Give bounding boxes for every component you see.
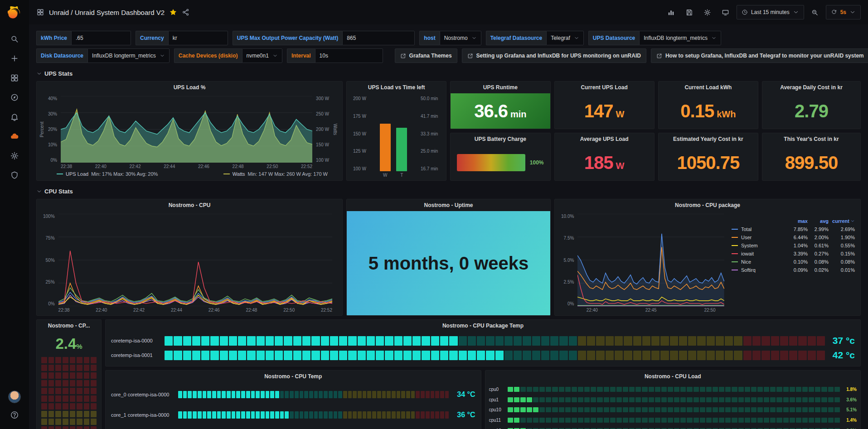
variable-label: UPS Datasource [588,31,639,45]
admin-shield-icon[interactable] [5,168,24,183]
external-link-icon [400,53,406,59]
user-avatar[interactable] [8,390,21,403]
panel-title[interactable]: UPS Load vs Time left [347,82,446,93]
legend-row: Softirq0.09%0.02%0.01% [732,267,855,273]
variable-input[interactable]: .65 [71,31,131,45]
time-series-plot[interactable] [61,96,312,163]
stat-value: 2.4 [55,335,76,352]
variable-select[interactable]: nvme0n1 [242,48,282,63]
variable-input[interactable]: 10s [315,48,383,63]
variable-select[interactable]: Nostromo [440,31,481,45]
cycle-view-monitor-icon[interactable] [718,5,733,19]
temp-value: 42 °c [829,350,855,361]
dashboards-icon[interactable] [5,70,24,86]
gauge-row: core_0 coretemp-isa-0000 34 °C [106,384,481,405]
gauge-rows: core_0 coretemp-isa-0000 34 °C core_1 co… [106,382,481,429]
panel-title[interactable]: Nostromo - CPU Package Temp [106,320,860,332]
favorite-star-icon[interactable] [169,8,177,16]
cloud-app-icon[interactable] [5,129,24,144]
time-series-plot[interactable] [58,214,332,306]
panel-title[interactable]: Nostromo - CP... [37,320,101,332]
variable-label: Cache Devices (diskio) [174,48,242,63]
grafana-logo-icon[interactable] [7,5,22,21]
configuration-gear-icon[interactable] [5,148,24,164]
panel-title[interactable]: Average Daily Cost in kr [762,82,860,93]
y-axis-label-right: Watts [333,96,338,163]
main-area: Unraid / Unraid System Dashboard V2 Last… [29,0,868,429]
led-bar-gauge [165,336,825,346]
led-grid-gauge [37,354,101,429]
panel-title[interactable]: Nostromo - CPU Load [485,371,861,382]
panel-title[interactable]: Average UPS Load [555,133,654,145]
link-telegraf-setup-guide[interactable]: How to setup Grafana, InfluxDB and Teleg… [651,48,868,63]
variable-select[interactable]: InfluxDB longterm_metrics [639,31,721,45]
panel-title[interactable]: Current Load kWh [659,82,758,93]
save-dashboard-icon[interactable] [682,5,697,19]
chevron-down-icon [850,219,855,223]
panel-title[interactable]: This Year's Cost in kr [762,133,860,145]
apps-grid-icon[interactable] [36,8,44,16]
refresh-interval-label: 5s [840,9,846,15]
gauge-row: cpu1 3.6% [485,395,861,405]
panel-title[interactable]: Estimated Yearly Cost in kr [659,133,758,145]
variable-select[interactable]: Telegraf [546,31,584,45]
legend-col-current[interactable]: current [829,218,855,224]
link-ups-monitoring-guide[interactable]: Setting up Grafana and InfluxDB for UPS … [462,48,646,63]
time-series-plot[interactable] [577,214,724,306]
stat-value-area: 899.50 [762,145,860,180]
chart-area: Percent 40%30%20%10%0% 300 W250 W200 W15… [37,93,342,180]
variable-input[interactable]: 865 [342,31,415,45]
gauge-row: cpu10 5.1% [485,405,861,415]
y-axis-right: 300 W250 W200 W150 W100 W [315,96,330,163]
gauge-row: core_2 coretemp-isa-0000 37 °C [106,425,481,429]
section-ups-stats[interactable]: UPS Stats [36,67,861,79]
section-cpu-stats[interactable]: CPU Stats [36,185,861,197]
variable-label: Currency [136,31,168,45]
dashboard-settings-gear-icon[interactable] [700,5,715,19]
zoom-out-icon[interactable] [808,5,822,19]
dashboard-title[interactable]: Unraid / Unraid System Dashboard V2 [49,9,165,16]
y-axis-left: 40%30%20%10%0% [47,96,58,163]
link-grafana-themes[interactable]: Grafana Themes [395,48,457,63]
navbar-actions: Last 15 minutes 5s [664,5,861,19]
share-icon[interactable] [182,8,190,16]
panel-title[interactable]: Nostromo - Uptime [347,199,550,211]
panel-title[interactable]: UPS Battery Charge [451,133,550,145]
stat-value-area: 1050.75 [659,145,758,180]
led-bar-gauge [178,391,449,398]
cpu-panels-row-1: Nostromo - CPU 100%75%50%25%0% 22:3822:4… [36,199,861,316]
panel-title[interactable]: Nostromo - CPU package [555,199,860,211]
panel-title[interactable]: Current UPS Load [555,82,654,93]
panel-title[interactable]: Nostromo - CPU Temp [106,371,481,382]
explore-compass-icon[interactable] [5,90,24,105]
stat-value-area: 36.6min [451,93,550,129]
search-icon[interactable] [5,31,24,47]
legend-item[interactable]: UPS LoadMin: 17% Max: 30% Avg: 20% [57,171,158,177]
gauge-row: cpu0 1.8% [485,384,861,395]
add-panel-icon[interactable] [664,5,679,19]
panel-ups-runtime: UPS Runtime 36.6min [450,81,550,129]
variable-label: Telegraf Datasource [486,31,547,45]
panel-title[interactable]: UPS Load % [37,82,342,93]
variable-input[interactable]: kr [168,31,228,45]
panel-title[interactable]: UPS Runtime [451,82,550,93]
gauge-row: cpu12 2.8% [485,425,861,429]
variable-select[interactable]: InfluxDB longterm_metrics [87,48,170,63]
legend-col-avg[interactable]: avg [808,218,829,224]
chevron-down-icon [36,71,42,77]
refresh-picker[interactable]: 5s [826,5,861,19]
alerting-bell-icon[interactable] [5,109,24,125]
time-range-picker[interactable]: Last 15 minutes [737,5,804,19]
sidebar [0,0,29,429]
variable-interval: Interval 10s [287,48,383,63]
panel-title[interactable]: Nostromo - CPU [37,199,342,211]
help-icon[interactable] [5,407,24,423]
stat-value: 185 [584,153,613,173]
battery-gradient-gauge [457,154,525,171]
bar-plot[interactable] [370,96,417,171]
legend-item[interactable]: WattsMin: 147 W Max: 260 W Avg: 170 W [223,171,328,177]
gauge-row: cpu11 1.4% [485,415,861,425]
panel-ups-load-vs-time-left: UPS Load vs Time left 200 W175 W150 W125… [346,81,446,181]
create-plus-icon[interactable] [5,51,24,66]
legend-col-max[interactable]: max [784,218,808,224]
